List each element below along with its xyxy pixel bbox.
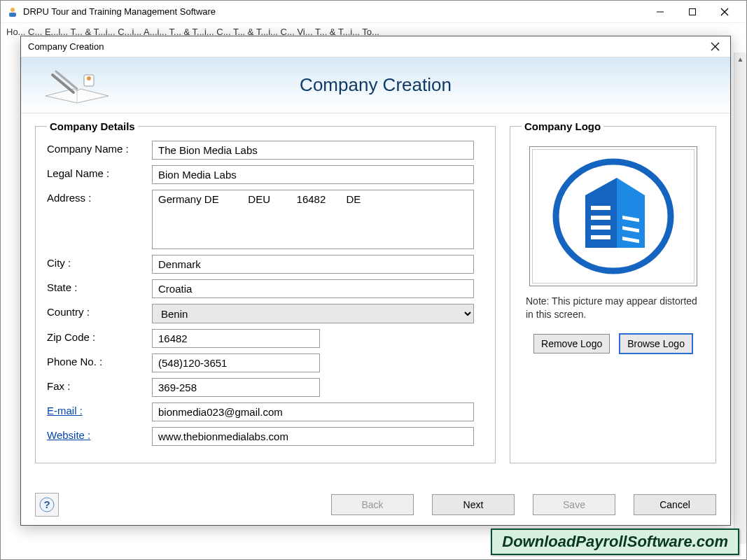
background-scrollbar[interactable]: ▲: [734, 52, 746, 544]
legal-name-input[interactable]: [152, 165, 474, 184]
back-button: Back: [331, 494, 414, 515]
zip-label: Zip Code :: [47, 329, 152, 343]
svg-point-0: [11, 8, 15, 12]
main-window: DRPU Tour and Training Management Softwa…: [0, 0, 747, 560]
next-button[interactable]: Next: [432, 494, 515, 515]
minimize-button[interactable]: [644, 1, 676, 22]
svg-text:?: ?: [43, 498, 50, 510]
window-controls: [644, 1, 741, 22]
phone-label: Phone No. :: [47, 354, 152, 368]
svg-rect-3: [690, 8, 696, 15]
company-logo-legend: Company Logo: [522, 120, 603, 132]
logo-note: Note: This picture may appear distorted …: [526, 295, 700, 321]
dialog-header-title: Company Creation: [300, 74, 452, 96]
watermark: DownloadPayrollSoftware.com: [491, 528, 739, 555]
address-input[interactable]: Germany DE DEU 16482 DE: [152, 190, 474, 249]
country-select[interactable]: Benin: [152, 304, 474, 323]
phone-input[interactable]: [152, 354, 320, 372]
state-label: State :: [47, 279, 152, 293]
main-titlebar: DRPU Tour and Training Management Softwa…: [1, 1, 746, 23]
svg-rect-13: [591, 206, 610, 210]
maximize-button[interactable]: [676, 1, 708, 22]
company-name-label: Company Name :: [47, 141, 152, 155]
dialog-title: Company Creation: [28, 41, 706, 52]
website-input[interactable]: [152, 427, 474, 446]
logo-preview: [529, 146, 697, 286]
close-button[interactable]: [708, 1, 741, 22]
email-label[interactable]: E-mail :: [47, 402, 152, 416]
app-icon: [6, 6, 19, 18]
company-details-group: Company Details Company Name : Legal Nam…: [35, 120, 496, 463]
app-title: DRPU Tour and Training Management Softwa…: [23, 6, 644, 17]
legal-name-label: Legal Name :: [47, 165, 152, 179]
notebook-icon: [28, 61, 126, 110]
dialog-titlebar: Company Creation: [21, 36, 730, 57]
remove-logo-button[interactable]: Remove Logo: [533, 334, 610, 354]
cancel-button[interactable]: Cancel: [634, 494, 716, 515]
city-label: City :: [47, 255, 152, 269]
question-icon: ?: [39, 497, 55, 512]
dialog-footer: ? Back Next Save Cancel: [35, 493, 716, 517]
fax-label: Fax :: [47, 378, 152, 392]
zip-input[interactable]: [152, 329, 320, 348]
company-details-legend: Company Details: [47, 120, 138, 132]
dialog-header: Company Creation: [21, 57, 730, 113]
email-input[interactable]: [152, 402, 474, 421]
dialog-close-button[interactable]: [706, 38, 723, 55]
fax-input[interactable]: [152, 378, 320, 397]
svg-rect-15: [591, 225, 610, 230]
city-input[interactable]: [152, 255, 474, 274]
svg-rect-1: [9, 13, 16, 17]
country-label: Country :: [47, 304, 152, 318]
company-name-input[interactable]: [152, 141, 474, 160]
website-label[interactable]: Website :: [47, 427, 152, 441]
save-button: Save: [533, 494, 615, 515]
state-input[interactable]: [152, 279, 474, 298]
building-logo-icon: [547, 157, 680, 276]
svg-rect-14: [591, 216, 610, 220]
help-button[interactable]: ?: [35, 493, 59, 517]
browse-logo-button[interactable]: Browse Logo: [620, 334, 692, 354]
address-label: Address :: [47, 190, 152, 204]
svg-point-9: [87, 76, 91, 80]
company-logo-group: Company Logo: [510, 120, 716, 463]
dialog-body: Company Details Company Name : Legal Nam…: [21, 113, 730, 472]
svg-rect-16: [591, 235, 610, 239]
company-creation-dialog: Company Creation Company Creation Co: [20, 36, 731, 526]
